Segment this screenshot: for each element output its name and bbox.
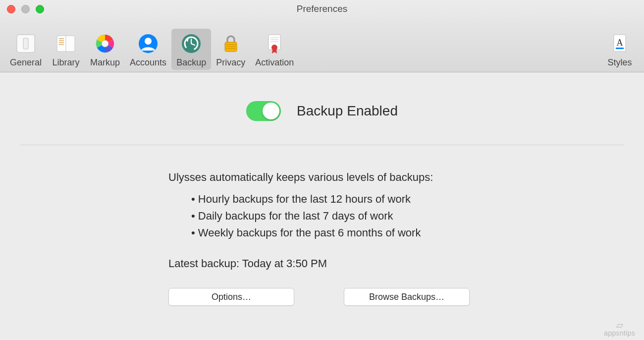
minimize-icon[interactable] [21,5,30,13]
close-icon[interactable] [7,5,15,13]
backup-schedule-list: Hourly backups for the last 12 hours of … [168,191,476,241]
backup-toggle[interactable] [246,101,281,121]
tab-label: General [10,57,42,68]
svg-rect-28 [616,48,624,49]
window-controls [7,5,44,13]
preferences-toolbar: General Library [0,18,644,72]
privacy-icon [219,32,243,56]
divider [20,145,624,145]
markup-icon [93,32,117,56]
tab-label: Backup [176,57,206,68]
tab-activation[interactable]: Activation [250,29,299,70]
tab-label: Library [53,57,80,68]
browse-backups-button[interactable]: Browse Backups… [344,288,470,306]
activation-icon [263,32,286,56]
titlebar: Preferences [0,0,644,18]
zoom-icon[interactable] [36,5,44,13]
backup-icon [179,32,203,56]
tab-general[interactable]: General [5,29,47,70]
library-icon [54,32,78,56]
tab-label: Styles [607,57,632,68]
svg-point-11 [145,38,152,45]
tab-backup[interactable]: Backup [171,29,211,70]
styles-icon: A [608,32,632,56]
tab-label: Activation [255,57,294,68]
list-item: Hourly backups for the last 12 hours of … [191,191,476,208]
svg-text:A: A [617,38,623,48]
backup-description: Ulysses automatically keeps various leve… [168,169,476,186]
list-item: Weekly backups for the past 6 months of … [191,225,476,241]
window-title: Preferences [297,3,347,14]
options-button[interactable]: Options… [168,288,294,306]
accounts-icon [136,32,160,56]
watermark: ▱ appsntips [604,320,635,337]
tab-label: Privacy [216,57,245,68]
tab-markup[interactable]: Markup [85,29,125,70]
tab-label: Markup [90,57,120,68]
svg-point-9 [102,40,108,47]
general-icon [14,32,38,56]
list-item: Daily backups for the last 7 days of wor… [191,208,476,225]
toggle-knob [263,103,279,119]
backup-toggle-label: Backup Enabled [297,103,398,119]
tab-label: Accounts [130,57,166,68]
tab-library[interactable]: Library [47,29,85,70]
tab-privacy[interactable]: Privacy [211,29,250,70]
backup-pane: Backup Enabled Ulysses automatically kee… [0,72,644,306]
svg-rect-1 [23,38,28,49]
latest-backup-label: Latest backup: Today at 3:50 PM [168,255,476,272]
tab-accounts[interactable]: Accounts [125,29,171,70]
tab-styles[interactable]: A Styles [600,29,639,70]
